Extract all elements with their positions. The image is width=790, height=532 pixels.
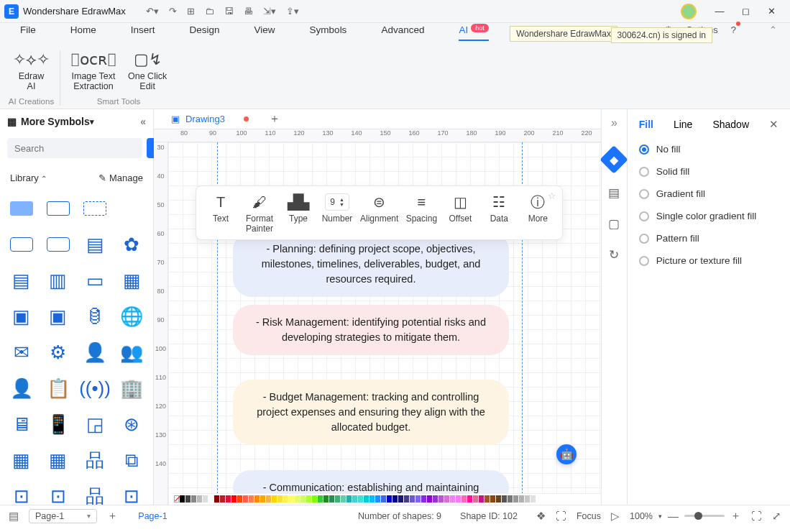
color-swatch[interactable] xyxy=(254,495,259,503)
color-swatch[interactable] xyxy=(185,495,190,503)
color-swatch[interactable] xyxy=(461,495,467,503)
shape-item[interactable]: ⚙ xyxy=(42,337,73,367)
shape-item[interactable]: ▤ xyxy=(79,229,111,260)
page-list-icon[interactable]: ▤ xyxy=(9,510,19,523)
color-swatch[interactable] xyxy=(507,495,513,503)
color-swatch[interactable] xyxy=(358,495,363,503)
fit-page-icon[interactable]: ⛶ xyxy=(751,510,762,522)
open-icon[interactable]: 🗀 xyxy=(205,6,214,17)
text-tool-button[interactable]: TText xyxy=(205,193,236,234)
color-swatch[interactable] xyxy=(525,495,530,503)
document-tab[interactable]: ▣ Drawing3 ＋ xyxy=(161,109,290,129)
share-icon[interactable]: ⇪▾ xyxy=(286,6,299,17)
color-swatch[interactable] xyxy=(341,495,346,503)
collapse-ribbon-icon[interactable]: ⌃ xyxy=(769,24,777,35)
shape-item[interactable] xyxy=(6,193,37,224)
color-swatch[interactable] xyxy=(191,495,196,503)
symbol-search-input[interactable] xyxy=(7,138,142,158)
panel-tab-shadow[interactable]: Shadow xyxy=(712,119,749,130)
shape-bubble[interactable]: - Budget Management: tracking and contro… xyxy=(233,380,509,445)
history-icon[interactable]: ↻ xyxy=(609,247,619,262)
color-swatch[interactable] xyxy=(203,495,208,503)
shape-item[interactable]: 🏢 xyxy=(116,373,147,403)
shape-item[interactable] xyxy=(6,229,37,260)
color-swatch[interactable] xyxy=(335,495,340,503)
tab-design[interactable]: Design xyxy=(190,24,220,40)
zoom-out-icon[interactable]: — xyxy=(668,510,679,522)
tab-file[interactable]: File xyxy=(20,24,36,40)
color-swatch[interactable] xyxy=(214,495,219,503)
focus-label[interactable]: Focus xyxy=(577,511,601,521)
tab-insert[interactable]: Insert xyxy=(131,24,155,40)
zoom-value[interactable]: 100% xyxy=(630,511,653,521)
color-swatch[interactable] xyxy=(392,495,398,503)
zoom-in-icon[interactable]: ＋ xyxy=(730,509,741,523)
color-swatch[interactable] xyxy=(427,495,432,503)
color-swatch[interactable] xyxy=(381,495,386,503)
color-swatch[interactable] xyxy=(479,495,484,503)
add-page-button[interactable]: ＋ xyxy=(107,509,118,523)
color-swatch[interactable] xyxy=(444,495,449,503)
shape-item[interactable]: ▣ xyxy=(42,301,73,331)
color-swatch[interactable] xyxy=(231,495,236,503)
shape-item[interactable]: ✿ xyxy=(116,229,147,260)
shape-item[interactable]: ▣ xyxy=(6,301,37,331)
color-swatch[interactable] xyxy=(272,495,277,503)
tab-home[interactable]: Home xyxy=(70,24,96,40)
color-swatch[interactable] xyxy=(323,495,329,503)
save-icon[interactable]: 🖫 xyxy=(224,6,234,17)
color-swatch[interactable] xyxy=(415,495,421,503)
sidebar-title[interactable]: More Symbols xyxy=(21,116,90,127)
offset-button[interactable]: ◫Offset xyxy=(444,193,476,234)
expand-panel-icon[interactable]: » xyxy=(611,116,617,129)
shape-item[interactable]: ⊛ xyxy=(116,409,147,439)
color-swatch[interactable] xyxy=(387,495,392,503)
pin-toolbar-icon[interactable]: ☆ xyxy=(548,191,556,201)
shape-item[interactable]: ▦ xyxy=(42,445,73,475)
shape-item[interactable] xyxy=(116,193,147,224)
number-stepper[interactable]: 9▲▼Number xyxy=(321,193,353,234)
shape-item[interactable]: ⊡ xyxy=(42,481,73,505)
shape-item[interactable] xyxy=(79,193,111,224)
color-swatch[interactable] xyxy=(519,495,524,503)
color-swatch[interactable] xyxy=(352,495,357,503)
shape-item[interactable]: 📱 xyxy=(42,409,73,439)
shape-item[interactable]: 👥 xyxy=(116,337,147,367)
data-button[interactable]: ☷Data xyxy=(483,193,515,234)
page-selector[interactable]: Page-1▾ xyxy=(29,509,97,523)
shape-item[interactable]: ⊡ xyxy=(6,481,37,505)
color-swatch[interactable] xyxy=(243,495,248,503)
shape-item[interactable]: 👤 xyxy=(79,337,111,367)
edraw-ai-button[interactable]: ✧⟡✧ Edraw AI xyxy=(7,47,55,94)
shape-item[interactable]: ◲ xyxy=(79,409,111,439)
redo-icon[interactable]: ↷ xyxy=(169,6,177,17)
shape-item[interactable]: 🛢 xyxy=(79,301,111,331)
color-swatch[interactable] xyxy=(410,495,415,503)
color-swatch[interactable] xyxy=(450,495,455,503)
shape-bubble[interactable]: - Risk Management: identifying potential… xyxy=(233,305,509,355)
shape-item[interactable]: ▤ xyxy=(6,265,37,295)
shape-item[interactable] xyxy=(42,193,73,224)
layers-icon[interactable]: ❖ xyxy=(536,510,546,523)
format-painter-button[interactable]: 🖌Format Painter xyxy=(244,193,275,234)
color-swatch[interactable] xyxy=(433,495,438,503)
presentation-icon[interactable]: ▷ xyxy=(611,510,620,523)
fill-option-gradient[interactable]: Gradient fill xyxy=(639,188,778,199)
close-panel-icon[interactable]: ✕ xyxy=(769,118,778,131)
shape-item[interactable]: 🖥 xyxy=(6,409,37,439)
alignment-button[interactable]: ⊜Alignment xyxy=(360,193,398,234)
color-swatch[interactable] xyxy=(329,495,334,503)
tab-advanced[interactable]: Advanced xyxy=(381,24,424,40)
manage-libraries[interactable]: ✎ Manage xyxy=(98,173,143,183)
color-swatch[interactable] xyxy=(260,495,265,503)
color-swatch[interactable] xyxy=(369,495,375,503)
tab-view[interactable]: View xyxy=(254,24,275,40)
new-tab-button[interactable]: ＋ xyxy=(269,111,280,127)
color-swatch[interactable] xyxy=(283,495,288,503)
user-avatar[interactable] xyxy=(681,4,697,19)
fill-option-solid[interactable]: Solid fill xyxy=(639,166,778,177)
shape-item[interactable]: 品 xyxy=(79,445,111,475)
color-swatch[interactable] xyxy=(404,495,409,503)
color-swatch[interactable] xyxy=(208,495,213,503)
maximize-button[interactable]: ◻ xyxy=(732,6,758,17)
